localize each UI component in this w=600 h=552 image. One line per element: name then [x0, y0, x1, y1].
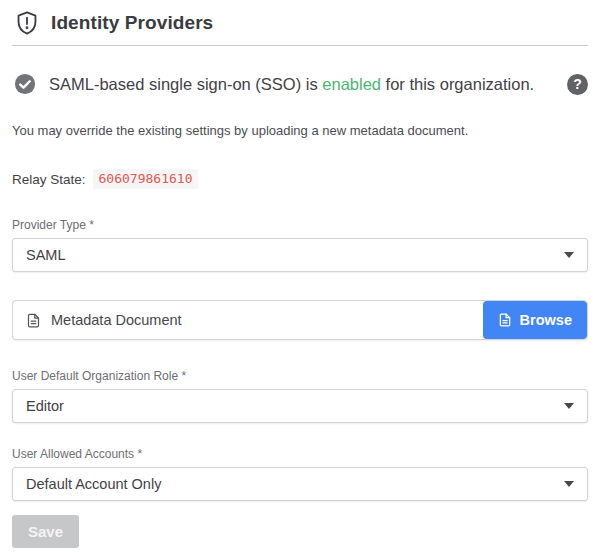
check-circle-icon — [14, 73, 36, 95]
metadata-placeholder: Metadata Document — [51, 312, 182, 328]
allowed-accounts-field: User Allowed Accounts * Default Account … — [12, 447, 588, 501]
save-button[interactable]: Save — [12, 515, 79, 548]
provider-type-value: SAML — [26, 247, 66, 263]
relay-state-row: Relay State: 606079861610 — [12, 169, 588, 189]
provider-type-field: Provider Type * SAML — [12, 218, 588, 272]
metadata-upload-row: Metadata Document Browse — [12, 300, 588, 340]
relay-state-label: Relay State: — [12, 172, 86, 187]
chevron-down-icon — [564, 481, 574, 487]
sso-status-text-after: for this organization. — [381, 75, 534, 93]
allowed-accounts-label: User Allowed Accounts * — [12, 447, 588, 461]
provider-type-select[interactable]: SAML — [12, 238, 588, 272]
document-icon — [498, 313, 512, 327]
chevron-down-icon — [564, 252, 574, 258]
chevron-down-icon — [564, 403, 574, 409]
provider-type-label: Provider Type * — [12, 218, 588, 232]
document-icon — [26, 313, 41, 328]
override-description: You may override the existing settings b… — [12, 123, 588, 138]
sso-status-enabled-badge: enabled — [322, 75, 381, 93]
help-icon[interactable]: ? — [567, 74, 588, 95]
page-header: Identity Providers — [12, 10, 588, 36]
metadata-file-input[interactable]: Metadata Document — [13, 301, 483, 339]
page-title: Identity Providers — [51, 12, 213, 34]
relay-state-value: 606079861610 — [93, 169, 199, 189]
shield-exclamation-icon — [14, 10, 40, 36]
allowed-accounts-select[interactable]: Default Account Only — [12, 467, 588, 501]
default-role-value: Editor — [26, 398, 64, 414]
allowed-accounts-value: Default Account Only — [26, 476, 161, 492]
sso-status-row: SAML-based single sign-on (SSO) is enabl… — [12, 73, 588, 95]
browse-button[interactable]: Browse — [483, 301, 587, 339]
default-role-label: User Default Organization Role * — [12, 369, 588, 383]
sso-status-text: SAML-based single sign-on (SSO) is enabl… — [49, 75, 534, 94]
browse-button-label: Browse — [520, 312, 572, 328]
default-role-select[interactable]: Editor — [12, 389, 588, 423]
sso-status-text-before: SAML-based single sign-on (SSO) is — [49, 75, 322, 93]
identity-providers-page: Identity Providers SAML-based single sig… — [0, 0, 600, 548]
default-role-field: User Default Organization Role * Editor — [12, 369, 588, 423]
header-divider — [12, 45, 588, 46]
